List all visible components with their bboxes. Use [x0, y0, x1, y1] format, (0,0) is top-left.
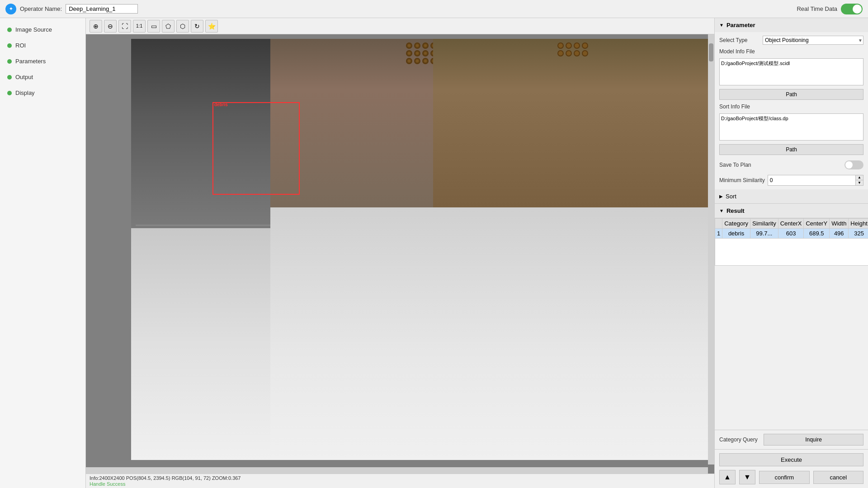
cell-category: debris: [722, 229, 750, 239]
status-dot-parameters: [7, 59, 12, 64]
viewport-inner: debris: [86, 34, 714, 474]
inquire-button[interactable]: Inquire: [764, 434, 863, 446]
execute-button[interactable]: Execute: [719, 453, 863, 466]
sidebar-item-parameters[interactable]: Parameters: [0, 53, 85, 69]
spinner-down-button[interactable]: ▼: [856, 180, 863, 185]
cell-height: 325: [849, 229, 868, 239]
status-dot-output: [7, 75, 12, 80]
sidebar: Image Source ROI Parameters Output Displ…: [0, 18, 86, 488]
star-button[interactable]: ⭐: [205, 20, 218, 33]
action-row: ▲ ▼ confirm cancel: [719, 470, 863, 484]
col-header-centery: CenterY: [804, 219, 830, 229]
sidebar-label-output: Output: [15, 74, 33, 80]
result-label: Result: [726, 207, 745, 214]
result-table-head: Category Similarity CenterX CenterY Widt…: [715, 219, 868, 229]
result-section-header[interactable]: ▼ Result: [715, 204, 868, 218]
result-arrow-icon: ▼: [719, 208, 724, 213]
cell-index: 1: [715, 229, 722, 239]
result-table-wrapper: Category Similarity CenterX CenterY Widt…: [715, 218, 868, 266]
cancel-button[interactable]: cancel: [813, 471, 864, 484]
viewport-image-area: debris: [131, 39, 712, 460]
parameter-section-content: Select Type Object Positioning Classific…: [715, 32, 868, 189]
parameter-arrow-icon: ▼: [719, 23, 724, 28]
sort-info-label: Sort Info File: [719, 103, 760, 110]
category-query-label: Category Query: [719, 436, 760, 443]
cell-similarity: 99.7...: [750, 229, 778, 239]
col-header-height: Height: [849, 219, 868, 229]
status-info-text: Info:2400X2400 POS(804.5, 2394.5) RGB(10…: [90, 475, 711, 481]
sidebar-item-output[interactable]: Output: [0, 69, 85, 85]
status-dot-roi: [7, 43, 12, 48]
rect-button[interactable]: ▭: [147, 20, 160, 33]
sort-arrow-icon: ▶: [719, 194, 723, 199]
sidebar-item-display[interactable]: Display: [0, 85, 85, 101]
scrollbar-vertical[interactable]: [708, 34, 714, 465]
sidebar-label-roi: ROI: [15, 42, 26, 49]
sidebar-item-image-source[interactable]: Image Source: [0, 22, 85, 38]
scrollbar-horizontal[interactable]: [86, 467, 708, 474]
min-similarity-label: Minimum Similarity: [719, 177, 765, 183]
result-table: Category Similarity CenterX CenterY Widt…: [715, 218, 868, 266]
col-header-index: [715, 219, 722, 229]
bottom-actions: Execute ▲ ▼ confirm cancel: [715, 449, 868, 488]
min-similarity-spinner: ▲ ▼: [768, 175, 863, 186]
top-bar-right: Real Time Data: [797, 4, 863, 14]
parameter-header-label: Parameter: [726, 22, 755, 28]
toggle-knob: [853, 5, 862, 14]
result-header-row: Category Similarity CenterX CenterY Widt…: [715, 219, 868, 229]
navigate-down-button[interactable]: ▼: [739, 470, 755, 484]
model-info-label: Model Info File: [719, 48, 760, 55]
main-layout: Image Source ROI Parameters Output Displ…: [0, 18, 868, 488]
pentagon-button[interactable]: ⬠: [162, 20, 175, 33]
sort-label: Sort: [726, 193, 736, 200]
sidebar-label-image-source: Image Source: [15, 26, 52, 33]
fit-button[interactable]: ⛶: [118, 20, 131, 33]
cell-width: 496: [830, 229, 849, 239]
col-header-centerx: CenterX: [778, 219, 804, 229]
sort-info-textarea[interactable]: D:/gaoBoProject/模型/class.dp: [719, 113, 863, 141]
sidebar-label-display: Display: [15, 89, 35, 96]
operator-name-input[interactable]: [66, 4, 138, 14]
one-to-one-button[interactable]: 1:1: [133, 20, 146, 33]
category-query-row: Category Query Inquire: [715, 430, 868, 449]
save-to-plan-row: Save To Plan: [719, 159, 863, 171]
realtime-toggle[interactable]: [841, 4, 863, 14]
navigate-up-button[interactable]: ▲: [719, 470, 736, 484]
select-type-row: Select Type Object Positioning Classific…: [719, 36, 863, 45]
path-button-1[interactable]: Path: [719, 89, 863, 100]
toolbar: ⊕ ⊖ ⛶ 1:1 ▭ ⬠ ⬡ ↻ ⭐: [86, 18, 714, 34]
status-success-text: Handle Success: [90, 481, 711, 487]
scrollbar-thumb-v[interactable]: [709, 43, 713, 61]
table-row-empty: [715, 239, 868, 266]
min-similarity-row: Minimum Similarity ▲ ▼: [719, 175, 863, 186]
sort-info-row: Sort Info File: [719, 103, 863, 110]
status-dot-display: [7, 91, 12, 95]
save-to-plan-knob: [845, 161, 853, 169]
model-info-textarea[interactable]: D:/gaoBoProject/测试模型.scidl: [719, 58, 863, 85]
zoom-out-button[interactable]: ⊖: [104, 20, 117, 33]
app-logo: ✦: [5, 4, 16, 14]
min-similarity-input[interactable]: [768, 176, 855, 184]
hexagon-button[interactable]: ⬡: [176, 20, 189, 33]
spinner-up-button[interactable]: ▲: [856, 175, 863, 180]
status-dot-image-source: [7, 28, 12, 32]
realtime-label: Real Time Data: [797, 5, 837, 12]
top-bar-left: ✦ Operator Name:: [5, 4, 138, 14]
sort-section-header[interactable]: ▶ Sort: [715, 189, 868, 204]
cell-centery: 689.5: [804, 229, 830, 239]
table-row[interactable]: 1 debris 99.7... 603 689.5 496 325 0: [715, 229, 868, 239]
zoom-in-button[interactable]: ⊕: [90, 20, 102, 33]
parameter-section-header[interactable]: ▼ Parameter: [715, 18, 868, 32]
sidebar-item-roi[interactable]: ROI: [0, 38, 85, 53]
sidebar-label-parameters: Parameters: [15, 58, 46, 65]
top-bar: ✦ Operator Name: Real Time Data: [0, 0, 868, 18]
select-type-dropdown[interactable]: Object Positioning Classification Detect…: [763, 36, 863, 45]
save-to-plan-toggle[interactable]: [844, 160, 863, 169]
path-button-2[interactable]: Path: [719, 144, 863, 155]
image-viewport[interactable]: debris: [86, 34, 714, 474]
result-section: ▼ Result Category Similarity CenterX Cen…: [715, 204, 868, 430]
confirm-button[interactable]: confirm: [759, 471, 810, 484]
col-header-category: Category: [722, 219, 750, 229]
status-bar: Info:2400X2400 POS(804.5, 2394.5) RGB(10…: [86, 474, 714, 488]
rotate-button[interactable]: ↻: [191, 20, 203, 33]
